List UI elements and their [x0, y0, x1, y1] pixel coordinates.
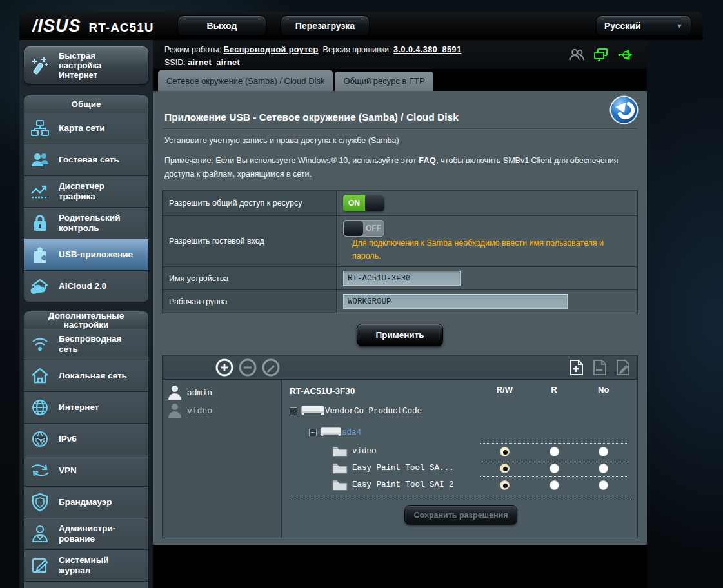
- tree-folder-easy-paint-sai2: Easy Paint Tool SAI 2: [290, 476, 632, 493]
- share-enable-toggle[interactable]: ON: [343, 195, 384, 211]
- remove-user-button[interactable]: [239, 358, 257, 377]
- sidebar-item-wireless[interactable]: Беспроводная сеть: [24, 329, 148, 360]
- wan-globe-icon: [29, 397, 51, 418]
- language-value: Русский: [604, 21, 641, 31]
- sidebar-item-lan[interactable]: Локальная сеть: [24, 360, 148, 392]
- user-row-video[interactable]: video: [168, 403, 275, 418]
- guest-login-toggle[interactable]: OFF: [343, 220, 384, 237]
- firmware-version-link[interactable]: 3.0.0.4.380_8591: [393, 45, 461, 54]
- faq-link[interactable]: FAQ: [419, 156, 436, 165]
- usb-icon[interactable]: [617, 49, 634, 61]
- save-permissions-button[interactable]: Сохранить разрешения: [404, 505, 518, 525]
- device-name-label: Имя устройства: [163, 267, 337, 290]
- router-model: RT-AC51U: [89, 21, 154, 35]
- aicloud-icon: [29, 276, 51, 297]
- sidebar-item-network-tools[interactable]: Сетевые: [24, 582, 148, 588]
- sidebar-item-network-map[interactable]: Карта сети: [24, 113, 148, 144]
- sidebar-item-system-log[interactable]: Системный журнал: [24, 550, 148, 582]
- radio-no[interactable]: [599, 464, 608, 473]
- sidebar-item-label: Родительский контроль: [59, 213, 139, 233]
- sidebar-item-ipv6[interactable]: IPv6 IPv6: [24, 424, 148, 455]
- note-text-before: Примечание: Если Вы используете Windows®…: [164, 156, 419, 165]
- collapse-expander[interactable]: −: [290, 407, 297, 415]
- firewall-shield-icon: [29, 492, 51, 513]
- sidebar-item-vpn[interactable]: VPN: [24, 455, 148, 487]
- chevron-down-icon: ▼: [676, 22, 683, 30]
- quick-setup-button[interactable]: Быстрая настройка Интернет: [24, 46, 148, 84]
- sidebar-section-general: Общие Карта сети Гостевая сеть: [24, 95, 148, 302]
- workgroup-input[interactable]: [343, 294, 568, 309]
- sidebar-item-aicloud[interactable]: AiCloud 2.0: [24, 271, 148, 302]
- user-row-admin[interactable]: admin: [168, 385, 275, 400]
- table-row: Рабочая группа: [163, 290, 638, 313]
- traffic-manager-icon: [29, 181, 51, 202]
- reboot-button[interactable]: Перезагрузка: [281, 15, 370, 36]
- radio-r[interactable]: [550, 480, 559, 490]
- logout-button[interactable]: Выход: [177, 15, 266, 36]
- sidebar-item-usb-application[interactable]: USB-приложение: [24, 239, 148, 271]
- user-name: admin: [187, 388, 212, 398]
- sidebar-item-label: Беспроводная сеть: [59, 334, 139, 355]
- ssid-link-1[interactable]: airnet: [188, 58, 212, 67]
- system-log-icon: [29, 555, 51, 576]
- column-r: R: [530, 385, 579, 395]
- header-info: Режим работы: Беспроводной роутер Версия…: [153, 40, 647, 69]
- toggle-knob: [344, 220, 363, 236]
- page-title: Приложение USB - Сетевое окружение (Samb…: [164, 112, 635, 123]
- sidebar-item-label: Администри-рование: [59, 524, 139, 544]
- apply-button[interactable]: Применить: [357, 324, 442, 346]
- sidebar-item-firewall[interactable]: Брандмауэр: [24, 487, 148, 518]
- operation-mode-link[interactable]: Беспроводной роутер: [223, 45, 318, 54]
- guest-login-label: Разрешить гостевой вход: [163, 216, 337, 267]
- tab-ftp-share[interactable]: Общий ресурс в FTP: [335, 72, 433, 91]
- device-name-input[interactable]: [343, 271, 461, 286]
- table-row: Имя устройства: [163, 267, 638, 290]
- radio-rw-selected[interactable]: [500, 447, 510, 456]
- radio-rw-selected[interactable]: [500, 464, 510, 473]
- tree-node-partition: − sda4: [290, 422, 632, 443]
- permission-radios-video: [480, 443, 628, 460]
- back-button[interactable]: [609, 95, 639, 125]
- section-title-general: Общие: [24, 95, 148, 113]
- firmware-label: Версия прошивки:: [323, 45, 391, 54]
- permissions-panel: admin video RT-AC51U-3F30 R/W R No: [162, 355, 638, 538]
- remove-share-button[interactable]: [592, 359, 608, 376]
- operation-mode-label: Режим работы:: [164, 45, 221, 54]
- sidebar-item-administration[interactable]: Администри-рование: [24, 518, 148, 550]
- permission-column-headers: R/W R No: [480, 385, 628, 395]
- network-map-icon: [29, 118, 51, 139]
- users-icon[interactable]: [569, 48, 584, 61]
- tree-folder-video: video: [290, 443, 632, 460]
- radio-r[interactable]: [550, 447, 559, 456]
- radio-r[interactable]: [550, 464, 559, 473]
- toggle-off-label: OFF: [363, 220, 384, 236]
- radio-no[interactable]: [599, 480, 608, 490]
- disk-label[interactable]: VendorCo ProductCode: [325, 407, 422, 416]
- sidebar: Быстрая настройка Интернет Общие Карта с…: [19, 40, 153, 588]
- add-user-button[interactable]: [215, 358, 233, 377]
- workgroup-label: Рабочая группа: [163, 290, 337, 313]
- sidebar-item-guest-network[interactable]: Гостевая сеть: [24, 144, 148, 176]
- user-list: admin video: [163, 380, 282, 538]
- radio-rw-selected[interactable]: [500, 480, 510, 490]
- clients-monitor-icon[interactable]: [593, 48, 608, 61]
- folder-label: Easy Paint Tool SA...: [352, 464, 454, 473]
- language-dropdown[interactable]: Русский ▼: [596, 15, 691, 36]
- sidebar-item-traffic-manager[interactable]: Диспетчер трафика: [24, 176, 148, 208]
- column-no: No: [579, 385, 628, 395]
- edit-user-button[interactable]: [262, 358, 280, 377]
- ssid-label: SSID:: [164, 58, 186, 67]
- sidebar-item-parental-control[interactable]: Родительский контроль: [24, 208, 148, 239]
- sidebar-item-wan[interactable]: Интернет: [24, 392, 148, 424]
- title-divider: [163, 128, 637, 130]
- svg-text:IPv6: IPv6: [35, 437, 46, 443]
- collapse-expander[interactable]: −: [309, 429, 317, 436]
- sidebar-item-label: Диспетчер трафика: [59, 181, 139, 202]
- tab-samba-cloud-disk[interactable]: Сетевое окружение (Samba) / Cloud Disk: [158, 70, 333, 91]
- add-share-button[interactable]: [569, 359, 584, 376]
- partition-label[interactable]: sda4: [342, 428, 361, 437]
- ssid-link-2[interactable]: airnet: [216, 58, 240, 67]
- radio-no[interactable]: [599, 447, 608, 456]
- sidebar-item-label: IPv6: [59, 434, 139, 444]
- modify-share-button[interactable]: [615, 359, 631, 376]
